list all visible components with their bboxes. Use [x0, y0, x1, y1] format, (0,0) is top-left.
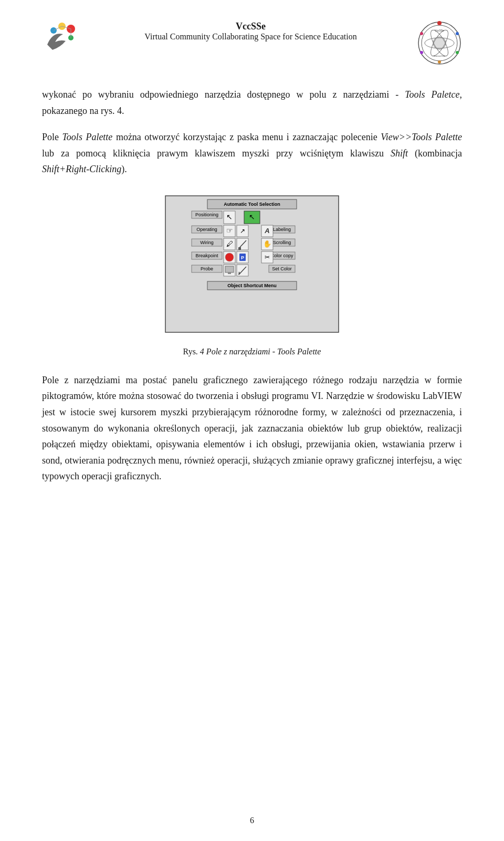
page-header: VccSSe Virtual Community Collaborating S…: [42, 21, 462, 66]
svg-text:↖: ↖: [226, 213, 233, 221]
svg-text:↖: ↖: [249, 213, 255, 221]
p2-italic1: Tools Palette: [62, 132, 113, 142]
svg-text:Color copy: Color copy: [270, 253, 293, 258]
svg-text:VccSSe: VccSSe: [435, 29, 444, 32]
svg-text:P: P: [241, 255, 244, 260]
logo-left: [42, 21, 84, 58]
svg-point-15: [456, 51, 459, 54]
svg-text:Object Shortcut Menu: Object Shortcut Menu: [227, 283, 277, 288]
svg-text:Positioning: Positioning: [195, 212, 218, 217]
svg-text:Breakpoint: Breakpoint: [195, 253, 218, 258]
main-content: wykonać po wybraniu odpowiedniego narzęd…: [42, 87, 462, 485]
p2-mid3: (kombinacja: [408, 148, 462, 159]
caption-italic: Tools Palette: [277, 347, 321, 356]
p2-mid2: lub za pomocą kliknięcia prawym klawisze…: [42, 148, 391, 159]
page-number: 6: [0, 816, 504, 825]
svg-point-13: [437, 21, 442, 25]
svg-text:Wiring: Wiring: [200, 240, 214, 245]
svg-text:Scrolling: Scrolling: [273, 240, 291, 245]
svg-rect-46: [238, 247, 241, 250]
p2-mid1: można otworzyć korzystając z paska menu …: [112, 132, 381, 142]
p2-italic4: Shift+Right-Clicking: [42, 164, 121, 174]
svg-point-9: [433, 37, 446, 49]
svg-text:☞: ☞: [226, 226, 233, 235]
paragraph-2: Pole Tools Palette można otworzyć korzys…: [42, 129, 462, 177]
svg-text:Probe: Probe: [201, 266, 213, 271]
p2-end: ).: [121, 164, 127, 174]
svg-text:↗: ↗: [240, 227, 245, 235]
diagram-container: Automatic Tool Selection Positioning ↖ ↖…: [42, 193, 462, 367]
svg-text:Automatic Tool Selection: Automatic Tool Selection: [224, 202, 280, 207]
svg-text:🖊: 🖊: [226, 240, 233, 248]
svg-text:Science Edu: Science Edu: [434, 55, 445, 57]
svg-rect-66: [228, 272, 231, 274]
header-text: VccSSe Virtual Community Collaborating S…: [84, 21, 417, 41]
paragraph-1: wykonać po wybraniu odpowiedniego narzęd…: [42, 87, 462, 119]
caption-number: 4 Pole z narzędziami -: [198, 347, 277, 356]
p1-text: wykonać po wybraniu odpowiedniego narzęd…: [42, 89, 405, 100]
svg-rect-65: [225, 266, 234, 272]
svg-text:Set Color: Set Color: [272, 266, 292, 271]
header-subtitle: Virtual Community Collaborating Space fo…: [94, 32, 407, 41]
svg-text:Labeling: Labeling: [273, 227, 291, 232]
diagram-caption: Rys. 4 Pole z narzędziami - Tools Palett…: [183, 344, 321, 359]
tools-palette-diagram: Automatic Tool Selection Positioning ↖ ↖…: [163, 193, 341, 340]
svg-text:✂: ✂: [265, 254, 270, 261]
svg-text:A: A: [264, 227, 269, 235]
paragraph-3: Pole z narzędziami ma postać panelu graf…: [42, 372, 462, 485]
caption-rys: Rys.: [183, 347, 198, 356]
svg-point-54: [225, 253, 234, 261]
page: VccSSe Virtual Community Collaborating S…: [0, 0, 504, 841]
svg-text:✋: ✋: [263, 239, 272, 248]
p2-italic3: Shift: [391, 148, 408, 159]
svg-point-16: [438, 60, 441, 64]
svg-point-18: [420, 32, 423, 35]
logo-right: VccSSe Science Edu: [417, 21, 462, 66]
header-title: VccSSe: [94, 21, 407, 32]
svg-point-17: [420, 51, 423, 54]
svg-text:Operating: Operating: [196, 227, 217, 232]
p1-italic: Tools Paletce: [405, 89, 459, 100]
svg-point-14: [456, 32, 459, 35]
p2-italic2: View>>Tools Palette: [381, 132, 462, 142]
p2-start: Pole: [42, 132, 62, 142]
